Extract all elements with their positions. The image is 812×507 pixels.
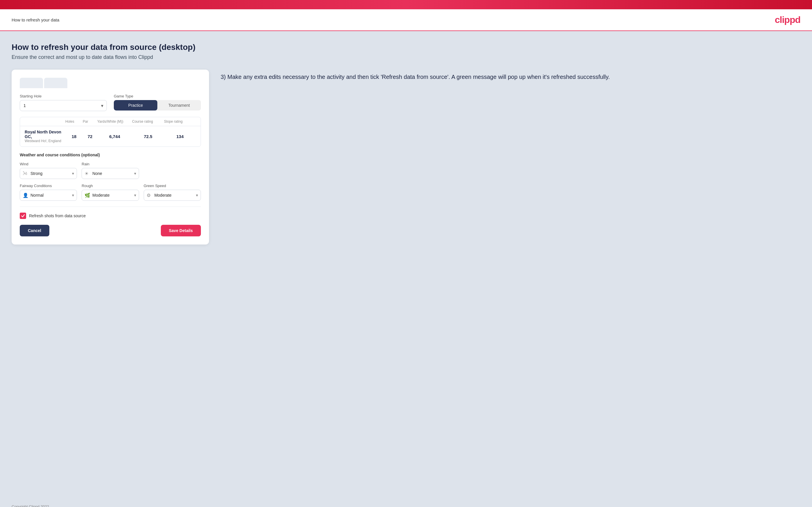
col-header-par: Par	[83, 119, 97, 123]
yards-value: 6,744	[97, 134, 132, 139]
rain-label: Rain	[82, 162, 139, 166]
main-content: How to refresh your data from source (de…	[0, 31, 812, 500]
starting-hole-label: Starting Hole	[20, 94, 107, 98]
fairway-label: Fairway Conditions	[20, 184, 77, 188]
col-header-yards: Yards/White (M))	[97, 119, 132, 123]
course-location: Westward Ho!, England	[25, 139, 65, 143]
course-table-header: Holes Par Yards/White (M)) Course rating…	[20, 117, 201, 126]
starting-hole-select-wrapper: 1	[20, 100, 107, 111]
spacer	[144, 162, 201, 179]
footer: Copyright Clippd 2022	[0, 500, 812, 507]
rough-select-wrapper: 🌿 Moderate ▾	[82, 190, 139, 201]
starting-hole-group: Starting Hole 1	[20, 94, 107, 111]
logo: clippd	[775, 14, 800, 25]
weather-row-2: Fairway Conditions 👤 Normal ▾ Rough 🌿	[20, 184, 201, 201]
starting-hole-select[interactable]: 1	[20, 100, 107, 111]
green-speed-select[interactable]: Moderate	[144, 190, 201, 201]
form-row-top: Starting Hole 1 Game Type Practice Tourn…	[20, 94, 201, 111]
course-rating-value: 72.5	[132, 134, 164, 139]
slope-rating-value: 134	[164, 134, 196, 139]
game-type-label: Game Type	[114, 94, 201, 98]
rain-group: Rain ☀ None ▾	[82, 162, 139, 179]
game-type-buttons: Practice Tournament	[114, 100, 201, 111]
header: How to refresh your data clippd	[0, 9, 812, 31]
side-note: 3) Make any extra edits necessary to the…	[221, 70, 800, 84]
col-header-course-rating: Course rating	[132, 119, 164, 123]
col-header-slope-rating: Slope rating	[164, 119, 196, 123]
weather-row-1: Wind 🌬 Strong ▾ Rain ☀ None	[20, 162, 201, 179]
holes-value: 18	[65, 134, 83, 139]
tab-placeholder-2	[44, 78, 67, 88]
button-row: Cancel Save Details	[20, 225, 201, 236]
par-value: 72	[83, 134, 97, 139]
cancel-button[interactable]: Cancel	[20, 225, 49, 236]
fairway-select-wrapper: 👤 Normal ▾	[20, 190, 77, 201]
tournament-button[interactable]: Tournament	[157, 100, 201, 111]
top-bar	[0, 0, 812, 9]
course-info: Royal North Devon GC, Westward Ho!, Engl…	[25, 130, 65, 143]
course-table-row: Royal North Devon GC, Westward Ho!, Engl…	[20, 126, 201, 147]
tab-placeholder-1	[20, 78, 43, 88]
form-panel: Starting Hole 1 Game Type Practice Tourn…	[12, 70, 209, 244]
game-type-group: Game Type Practice Tournament	[114, 94, 201, 111]
col-header-name	[25, 119, 65, 123]
top-tabs	[20, 78, 201, 88]
course-table: Holes Par Yards/White (M)) Course rating…	[20, 117, 201, 147]
fairway-group: Fairway Conditions 👤 Normal ▾	[20, 184, 77, 201]
side-note-text: 3) Make any extra edits necessary to the…	[221, 72, 800, 81]
practice-button[interactable]: Practice	[114, 100, 157, 111]
page-subheading: Ensure the correct and most up to date d…	[12, 54, 800, 60]
checkbox-row: Refresh shots from data source	[20, 213, 201, 219]
content-row: Starting Hole 1 Game Type Practice Tourn…	[12, 70, 800, 244]
wind-label: Wind	[20, 162, 77, 166]
course-name: Royal North Devon GC,	[25, 130, 65, 139]
wind-select-wrapper: 🌬 Strong ▾	[20, 168, 77, 179]
wind-select[interactable]: Strong	[20, 168, 77, 179]
checkbox-box[interactable]	[20, 213, 26, 219]
green-speed-label: Green Speed	[144, 184, 201, 188]
rough-group: Rough 🌿 Moderate ▾	[82, 184, 139, 201]
rough-label: Rough	[82, 184, 139, 188]
fairway-select[interactable]: Normal	[20, 190, 77, 201]
weather-section-title: Weather and course conditions (optional)	[20, 153, 201, 157]
header-title: How to refresh your data	[12, 17, 59, 22]
rain-select[interactable]: None	[82, 168, 139, 179]
wind-group: Wind 🌬 Strong ▾	[20, 162, 77, 179]
page-heading: How to refresh your data from source (de…	[12, 43, 800, 52]
refresh-checkbox-label: Refresh shots from data source	[29, 214, 86, 218]
green-speed-select-wrapper: ⚙ Moderate ▾	[144, 190, 201, 201]
green-speed-group: Green Speed ⚙ Moderate ▾	[144, 184, 201, 201]
save-button[interactable]: Save Details	[161, 225, 201, 236]
copyright: Copyright Clippd 2022	[12, 504, 49, 507]
divider	[20, 207, 201, 207]
rain-select-wrapper: ☀ None ▾	[82, 168, 139, 179]
col-header-holes: Holes	[65, 119, 83, 123]
rough-select[interactable]: Moderate	[82, 190, 139, 201]
